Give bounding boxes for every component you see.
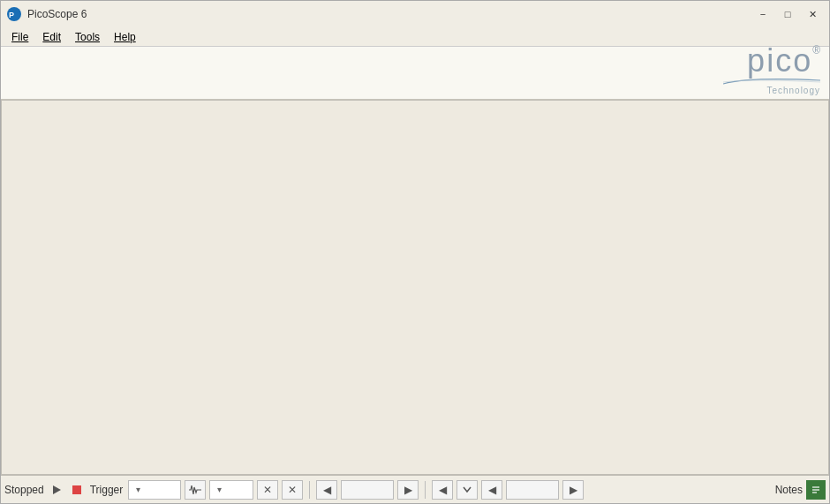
play-icon: [53, 485, 61, 494]
stop-icon: [72, 485, 81, 494]
waveform-icon: [189, 484, 201, 496]
logo-area: pico ® Technology: [1, 47, 829, 100]
minimize-button[interactable]: −: [751, 5, 774, 23]
pico-logo: pico ® Technology: [723, 45, 820, 95]
svg-text:P: P: [9, 11, 14, 19]
brand-subtitle: Technology: [766, 86, 820, 95]
menu-edit[interactable]: Edit: [35, 29, 68, 45]
channel-dropdown[interactable]: ▾: [209, 480, 253, 500]
maximize-button[interactable]: □: [776, 5, 799, 23]
app-icon: P: [6, 6, 22, 22]
title-bar: P PicoScope 6 − □ ✕: [1, 1, 829, 27]
notes-button[interactable]: [806, 480, 826, 500]
nav-center-button[interactable]: [341, 480, 394, 500]
separator-1: [309, 481, 310, 499]
close-button[interactable]: ✕: [801, 5, 824, 23]
waveform-icon-btn[interactable]: [185, 480, 206, 500]
app-title: PicoScope 6: [27, 8, 87, 20]
cursor-left-icon[interactable]: ✕: [257, 480, 278, 500]
chevron-down-icon-2: ▾: [217, 485, 222, 494]
brand-name: pico: [747, 45, 812, 77]
brand-swoosh: [723, 77, 820, 86]
arrow-icon: [462, 485, 472, 495]
cursor-right-icon[interactable]: ✕: [282, 480, 303, 500]
nav-next-button[interactable]: ▶: [397, 480, 419, 500]
nav-arrow-icon[interactable]: [456, 480, 478, 500]
nav-prev-button[interactable]: ◀: [316, 480, 337, 500]
trigger-label: Trigger: [90, 484, 124, 496]
menu-help[interactable]: Help: [107, 29, 143, 45]
chevron-down-icon: ▾: [136, 485, 140, 494]
nav-fwd-button[interactable]: ▶: [562, 480, 584, 500]
trigger-dropdown[interactable]: ▾: [128, 480, 181, 500]
status-bar: Stopped Trigger ▾ ▾ ✕ ✕ ◀ ▶ ◀ ◀ ▶ N: [1, 475, 829, 503]
separator-2: [425, 481, 426, 499]
menu-file[interactable]: File: [4, 29, 35, 45]
menu-tools[interactable]: Tools: [68, 29, 107, 45]
menu-bar: File Edit Tools Help: [1, 27, 829, 47]
nav-prev2-button[interactable]: ◀: [432, 480, 453, 500]
registered-mark: ®: [812, 45, 820, 56]
stopped-status: Stopped: [4, 484, 44, 496]
window-controls: − □ ✕: [751, 5, 824, 23]
main-canvas: [1, 100, 829, 475]
notes-icon: [810, 484, 822, 496]
title-left: P PicoScope 6: [6, 6, 87, 22]
play-button[interactable]: [49, 482, 65, 498]
nav-center2-button[interactable]: [506, 480, 559, 500]
notes-label: Notes: [775, 484, 803, 496]
stop-button[interactable]: [69, 482, 85, 498]
nav-back-button[interactable]: ◀: [481, 480, 502, 500]
notes-area: Notes: [775, 480, 826, 500]
